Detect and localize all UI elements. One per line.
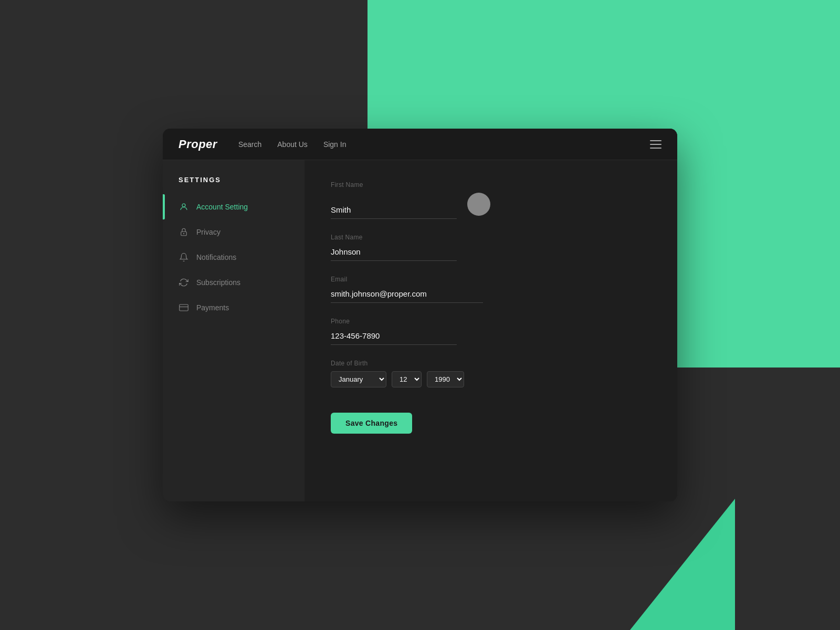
first-name-label: First Name bbox=[331, 181, 651, 188]
settings-title: SETTINGS bbox=[163, 176, 304, 194]
email-input[interactable] bbox=[331, 287, 483, 303]
first-name-group: First Name bbox=[331, 181, 651, 219]
phone-group: Phone bbox=[331, 318, 651, 345]
user-icon bbox=[178, 202, 189, 212]
sidebar-label-payments: Payments bbox=[196, 303, 229, 312]
dob-year-select[interactable]: 1985198619871988198919901991199219931994… bbox=[427, 371, 464, 387]
app-window: Proper Search About Us Sign In SETTINGS … bbox=[163, 129, 677, 501]
sidebar-label-subscriptions: Subscriptions bbox=[196, 278, 240, 287]
avatar bbox=[467, 193, 490, 216]
dob-day-select[interactable]: 1234567891011121314151617181920212223242… bbox=[392, 371, 422, 387]
first-name-row bbox=[331, 193, 651, 219]
dob-month-select[interactable]: JanuaryFebruaryMarchAprilMayJuneJulyAugu… bbox=[331, 371, 386, 387]
bell-icon bbox=[178, 252, 189, 262]
sidebar-item-notifications[interactable]: Notifications bbox=[163, 245, 304, 270]
refresh-icon bbox=[178, 277, 189, 288]
form-area: First Name Last Name Email Phone bbox=[304, 160, 677, 501]
sidebar-item-privacy[interactable]: Privacy bbox=[163, 219, 304, 245]
sidebar-label-account: Account Setting bbox=[196, 203, 248, 211]
svg-point-0 bbox=[182, 204, 185, 207]
hamburger-line-1 bbox=[650, 140, 662, 141]
nav-link-signin[interactable]: Sign In bbox=[323, 140, 346, 149]
first-name-input[interactable] bbox=[331, 203, 457, 219]
dob-label: Date of Birth bbox=[331, 360, 651, 367]
nav-links: Search About Us Sign In bbox=[238, 140, 650, 149]
phone-label: Phone bbox=[331, 318, 651, 325]
dob-row: JanuaryFebruaryMarchAprilMayJuneJulyAugu… bbox=[331, 371, 651, 387]
hamburger-line-2 bbox=[650, 144, 662, 145]
main-content: SETTINGS Account Setting Privacy bbox=[163, 160, 677, 501]
lock-icon bbox=[178, 227, 189, 237]
phone-input[interactable] bbox=[331, 329, 457, 345]
sidebar-label-notifications: Notifications bbox=[196, 253, 236, 261]
hamburger-line-3 bbox=[650, 148, 662, 149]
svg-rect-3 bbox=[180, 304, 188, 311]
last-name-group: Last Name bbox=[331, 234, 651, 261]
sidebar-item-payments[interactable]: Payments bbox=[163, 295, 304, 320]
last-name-label: Last Name bbox=[331, 234, 651, 241]
save-changes-button[interactable]: Save Changes bbox=[331, 413, 412, 434]
svg-point-2 bbox=[183, 233, 184, 234]
nav-link-search[interactable]: Search bbox=[238, 140, 261, 149]
email-group: Email bbox=[331, 276, 651, 303]
navbar: Proper Search About Us Sign In bbox=[163, 129, 677, 160]
teal-triangle bbox=[630, 499, 735, 630]
sidebar-item-subscriptions[interactable]: Subscriptions bbox=[163, 270, 304, 295]
app-logo: Proper bbox=[178, 138, 217, 151]
last-name-input[interactable] bbox=[331, 245, 457, 261]
sidebar: SETTINGS Account Setting Privacy bbox=[163, 160, 304, 501]
nav-link-about[interactable]: About Us bbox=[277, 140, 308, 149]
dob-group: Date of Birth JanuaryFebruaryMarchAprilM… bbox=[331, 360, 651, 387]
card-icon bbox=[178, 302, 189, 313]
hamburger-button[interactable] bbox=[650, 140, 662, 149]
sidebar-label-privacy: Privacy bbox=[196, 228, 220, 236]
email-label: Email bbox=[331, 276, 651, 283]
sidebar-item-account-setting[interactable]: Account Setting bbox=[163, 194, 304, 219]
